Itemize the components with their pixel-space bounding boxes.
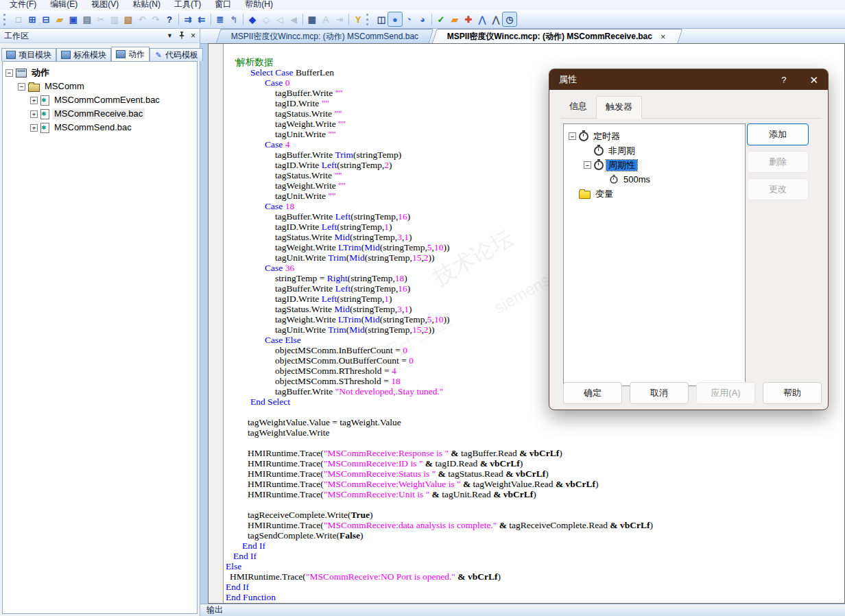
gearfile-icon — [40, 123, 49, 133]
tree-item[interactable]: +MSCommReceive.bac — [4, 107, 195, 121]
collapse-icon[interactable]: − — [584, 161, 591, 169]
timer-icon — [594, 161, 604, 170]
mod-icon — [6, 51, 16, 59]
cut-icon[interactable]: ✂ — [94, 12, 108, 26]
code-line — [224, 499, 844, 510]
code-line: End If — [224, 551, 844, 561]
code-line: End Function — [224, 592, 844, 602]
tree-item[interactable]: −定时器 — [566, 129, 743, 143]
output-bar[interactable]: 输出 — [200, 604, 845, 616]
dialog-button: 应用(A) — [696, 382, 755, 404]
document-tab[interactable]: MSPII密度仪Wincc.mcp: (动作) MSCommSend.bac — [216, 29, 434, 43]
tree-item[interactable]: +MSCommSend.bac — [4, 121, 195, 134]
print-icon[interactable]: ▤ — [80, 12, 94, 26]
collapse-icon[interactable]: − — [18, 83, 25, 91]
workspace-tab-项目模块[interactable]: 项目模块 — [1, 48, 56, 61]
paste-icon[interactable]: ▧ — [121, 12, 135, 26]
syntax-check-icon[interactable]: ◆ — [246, 12, 259, 26]
dialog-tab-触发器[interactable]: 触发器 — [596, 96, 642, 119]
options-wrench-icon[interactable]: Y — [351, 12, 365, 26]
menu-item[interactable]: 编辑(E) — [43, 0, 84, 10]
workspace-tab-代码模板[interactable]: ✎代码模板 — [150, 48, 203, 61]
pin-icon[interactable] — [178, 32, 185, 40]
tag-database-timer-icon[interactable]: ◔ — [402, 12, 416, 26]
mod-icon — [116, 50, 126, 58]
context-help-icon[interactable]: ? — [163, 12, 176, 26]
tag-database-icon[interactable]: ● — [388, 12, 402, 26]
toggle-workspace-panel-icon[interactable]: ◫ — [374, 12, 388, 26]
copy-icon[interactable]: ▥ — [108, 12, 121, 26]
code-line: tagReceiveComplete.Write(True) — [224, 510, 844, 520]
dialog-button[interactable]: 取消 — [630, 382, 689, 404]
undo-format-icon[interactable]: ↰ — [227, 12, 241, 26]
script-verify-icon[interactable]: ✓ — [434, 12, 448, 26]
expand-icon[interactable]: + — [30, 97, 38, 104]
menu-item[interactable]: 文件(F) — [3, 0, 43, 10]
undo-icon[interactable]: ↶ — [135, 12, 149, 26]
menu-item[interactable]: 粘贴(N) — [126, 0, 167, 10]
timer-icon — [610, 176, 617, 183]
code-line: tagWeightValue.Value = tagWeight.Value — [224, 417, 844, 427]
tree-item[interactable]: −变量 — [566, 187, 743, 201]
library-add-icon[interactable]: ✚ — [462, 12, 475, 26]
compile-script-icon[interactable]: ◇ — [259, 12, 273, 26]
tree-item[interactable]: −非周期 — [566, 143, 743, 158]
toolbar: □⊞⊟▰▣▤✂▥▧↶↷?⇉⇇≣↰◆◇◁◀▦A⇥Y◫●◔◕✓▰✚⋀⋀◷ — [0, 10, 845, 29]
dialog-tab-信息[interactable]: 信息 — [560, 96, 596, 119]
tree-item[interactable]: −MSComm — [4, 80, 195, 93]
properties-dialog: 属性 ? ✕ 信息触发器 −定时器−非周期−周期性−500ms−变量 添加删除更… — [549, 69, 829, 410]
menu-item[interactable]: 视图(V) — [84, 0, 126, 10]
varfolder-icon — [579, 191, 591, 199]
workspace-tab-动作[interactable]: 动作 — [111, 47, 150, 61]
menu-down-icon[interactable]: ▼ — [167, 32, 173, 39]
dialog-button[interactable]: 帮助 — [763, 382, 822, 404]
tree-item[interactable]: −500ms — [566, 172, 743, 187]
tree-item[interactable]: −动作 — [4, 66, 195, 80]
collapse-icon[interactable]: − — [569, 132, 576, 140]
tab-close-icon[interactable]: × — [660, 32, 668, 42]
goto-line-icon[interactable]: ⇥ — [333, 12, 346, 26]
workspace-tab-标准模块[interactable]: 标准模块 — [56, 48, 111, 61]
code-line: '解析数据 — [224, 57, 844, 67]
indent-icon[interactable]: ⇉ — [181, 12, 195, 26]
redo-icon[interactable]: ↷ — [149, 12, 163, 26]
dialog-close-icon[interactable]: ✕ — [809, 75, 818, 85]
tag-database-check-icon[interactable]: ◕ — [416, 12, 429, 26]
outdent-icon[interactable]: ⇇ — [195, 12, 209, 26]
menu-item[interactable]: 窗口 — [208, 0, 238, 10]
workspace-tree: −动作−MSComm+MSCommCommEvent.bac+MSCommRec… — [2, 61, 198, 614]
dialog-button[interactable]: 确定 — [563, 382, 622, 404]
check-action-icon[interactable]: ◁ — [273, 12, 287, 26]
expand-icon[interactable]: + — [30, 124, 38, 132]
timer-icon — [594, 146, 604, 156]
dialog-title: 属性 — [559, 73, 577, 86]
tree-item[interactable]: −周期性 — [566, 158, 743, 172]
dialog-titlebar[interactable]: 属性 ? ✕ — [549, 69, 828, 90]
close-icon[interactable]: × — [191, 32, 195, 40]
design-tools-icon[interactable]: ⋀ — [475, 12, 489, 26]
dialog-tabs: 信息触发器 — [560, 96, 821, 119]
format-code-icon[interactable]: ≣ — [213, 12, 227, 26]
menu-item[interactable]: 帮助(H) — [238, 0, 280, 10]
code-line: HMIRuntime.Trace("MSCommReceive:data ana… — [224, 520, 844, 530]
trigger-timer-icon[interactable]: ◷ — [503, 12, 516, 26]
library-icon[interactable]: ▰ — [448, 12, 462, 26]
find-in-files-icon[interactable]: ▦ — [305, 12, 319, 26]
export-module-icon[interactable]: ⊟ — [39, 12, 53, 26]
menu-item[interactable]: 工具(T) — [167, 0, 208, 10]
replace-icon[interactable]: A — [319, 12, 333, 26]
workspace-title: 工作区 — [4, 30, 29, 42]
import-module-icon[interactable]: ⊞ — [25, 12, 39, 26]
check-all-icon[interactable]: ◀ — [287, 12, 300, 26]
tree-item[interactable]: +MSCommCommEvent.bac — [4, 93, 195, 107]
collapse-icon[interactable]: − — [5, 69, 13, 77]
document-tabbar: MSPII密度仪Wincc.mcp: (动作) MSCommSend.bacMS… — [200, 29, 845, 44]
new-file-icon[interactable]: □ — [12, 12, 25, 26]
open-file-icon[interactable]: ▰ — [53, 12, 67, 26]
dialog-help-icon[interactable]: ? — [781, 75, 786, 85]
document-tab[interactable]: MSPII密度仪Wincc.mcp: (动作) MSCommReceive.ba… — [432, 29, 683, 43]
save-file-icon[interactable]: ▣ — [67, 12, 80, 26]
design-tools-alt-icon[interactable]: ⋀ — [489, 12, 503, 26]
dialog-button[interactable]: 添加 — [747, 123, 809, 145]
expand-icon[interactable]: + — [30, 110, 38, 118]
